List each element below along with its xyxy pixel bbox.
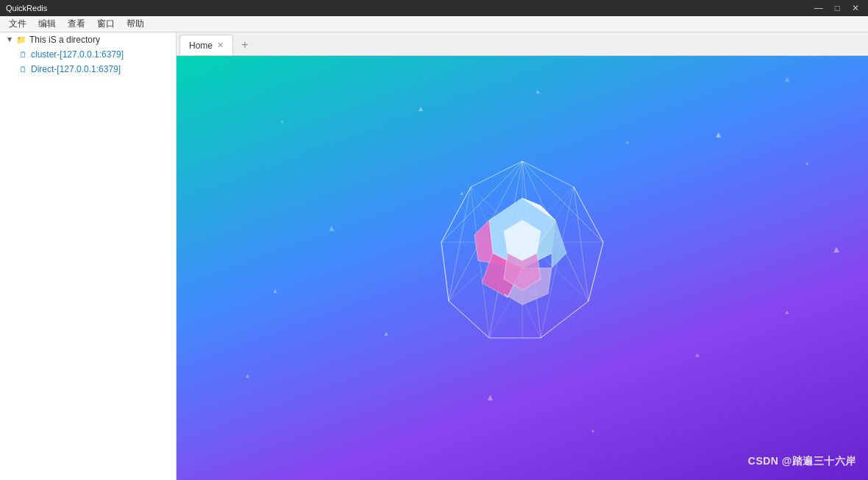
- svg-line-10: [441, 187, 471, 242]
- particle: [274, 289, 277, 293]
- particle: [488, 395, 493, 400]
- directory-children: 🗒 cluster-[127.0.0.1:6379] 🗒 Direct-[127…: [0, 47, 176, 77]
- particle: [785, 311, 789, 314]
- particle: [419, 107, 423, 111]
- file-icon-cluster: 🗒: [18, 49, 28, 60]
- particle: [716, 133, 721, 138]
- menubar: 文件 编辑 查看 窗口 帮助: [0, 16, 868, 32]
- svg-line-12: [471, 187, 489, 338]
- maximize-button[interactable]: □: [832, 3, 843, 13]
- svg-line-13: [588, 242, 603, 301]
- menu-help[interactable]: 帮助: [121, 16, 150, 32]
- directory-label: This iS a directory: [29, 35, 100, 45]
- file-icon-direct: 🗒: [18, 64, 28, 74]
- svg-line-14: [441, 242, 449, 301]
- tab-add-button[interactable]: +: [236, 36, 254, 54]
- tab-bar: Home ✕ +: [177, 32, 868, 56]
- minimize-button[interactable]: —: [811, 3, 826, 13]
- sidebar-item-cluster[interactable]: 🗒 cluster-[127.0.0.1:6379]: [12, 47, 176, 62]
- tab-home-label: Home: [189, 40, 213, 51]
- particle: [591, 429, 594, 432]
- geo-shape: [412, 147, 633, 367]
- particle: [626, 141, 629, 144]
- menu-window[interactable]: 窗口: [91, 16, 121, 32]
- menu-file[interactable]: 文件: [3, 16, 32, 32]
- main-content: Home ✕ +: [177, 32, 868, 480]
- particle: [536, 90, 540, 93]
- particle: [785, 77, 789, 82]
- cluster-label: cluster-[127.0.0.1:6379]: [31, 49, 124, 60]
- watermark: CSDN @踏遍三十六岸: [748, 455, 856, 468]
- menu-view[interactable]: 查看: [62, 16, 91, 32]
- titlebar: QuickRedis — □ ✕: [0, 0, 868, 16]
- expand-arrow-icon: ▶: [6, 35, 15, 44]
- app-body: ▶ 📁 This iS a directory 🗒 cluster-[127.0…: [0, 32, 868, 480]
- particle: [280, 119, 284, 123]
- menu-edit[interactable]: 编辑: [32, 16, 62, 32]
- particle: [246, 374, 249, 378]
- particle: [384, 331, 388, 336]
- particle: [695, 353, 700, 357]
- tab-home[interactable]: Home ✕: [179, 35, 233, 55]
- svg-line-16: [449, 301, 489, 338]
- tab-close-button[interactable]: ✕: [217, 41, 224, 49]
- sidebar-item-directory[interactable]: ▶ 📁 This iS a directory: [0, 32, 176, 47]
- svg-line-8: [574, 187, 588, 301]
- close-button[interactable]: ✕: [849, 3, 862, 13]
- canvas-area: CSDN @踏遍三十六岸: [177, 56, 868, 480]
- direct-label: Direct-[127.0.0.1:6379]: [31, 64, 121, 74]
- particle: [805, 162, 808, 165]
- sidebar: ▶ 📁 This iS a directory 🗒 cluster-[127.0…: [0, 32, 177, 480]
- window-controls: — □ ✕: [811, 3, 862, 13]
- particle: [329, 225, 335, 231]
- app-title: QuickRedis: [6, 4, 47, 13]
- gradient-background: CSDN @踏遍三十六岸: [177, 56, 868, 480]
- svg-line-15: [541, 301, 588, 338]
- sidebar-item-direct[interactable]: 🗒 Direct-[127.0.0.1:6379]: [12, 62, 176, 77]
- particle: [833, 247, 839, 253]
- folder-icon: 📁: [16, 35, 26, 45]
- svg-line-7: [574, 187, 603, 242]
